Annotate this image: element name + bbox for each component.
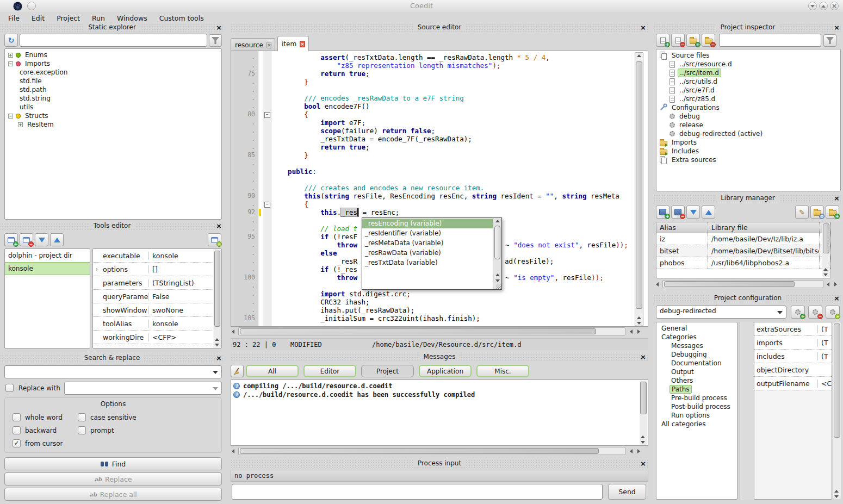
tab-close-icon[interactable]: × xyxy=(266,42,272,48)
scroll-left-icon[interactable] xyxy=(232,449,234,453)
tree-item[interactable]: Categories xyxy=(659,333,737,341)
code-line[interactable]: 80 { xyxy=(231,110,638,119)
property-row[interactable]: queryParameFalse xyxy=(93,290,213,303)
config-property-row[interactable]: outputFilename<C xyxy=(754,377,832,390)
tree-item[interactable]: Messages xyxy=(659,341,737,350)
scrollbar-thumb[interactable] xyxy=(636,61,642,309)
messages-horizontal-scrollbar[interactable] xyxy=(238,447,625,455)
scroll-up-icon[interactable] xyxy=(637,54,641,57)
search-term-combobox[interactable] xyxy=(4,365,222,378)
replace-with-checkbox[interactable] xyxy=(5,384,14,392)
tree-item[interactable]: All categories xyxy=(659,420,737,428)
code-line[interactable]: 105 _initialSum = crc322uint(ihash.finis… xyxy=(231,314,638,322)
property-value[interactable]: (TStringList) xyxy=(148,279,213,287)
tree-item[interactable]: core.exception xyxy=(7,68,221,77)
tree-item[interactable]: Configurations xyxy=(659,103,840,112)
library-row[interactable]: bitset/home/basile/Dev/Bitset/lib/bitse/… xyxy=(656,245,830,257)
config-property-row[interactable]: imports(T xyxy=(754,336,832,350)
code-line[interactable]: 85 } xyxy=(231,151,638,159)
property-row[interactable]: executablekonsole xyxy=(93,249,213,263)
collapse-icon[interactable]: − xyxy=(8,61,13,66)
scroll-left-icon[interactable] xyxy=(630,329,633,334)
message-filter-misc[interactable]: Misc. xyxy=(476,365,529,377)
source-editor-close-icon[interactable]: × xyxy=(640,23,646,32)
code-line[interactable]: . public: xyxy=(231,167,638,176)
code-line[interactable]: 75 return true; xyxy=(231,70,638,78)
minimize-button[interactable] xyxy=(808,2,817,10)
tool-properties-scrollbar[interactable] xyxy=(214,250,221,347)
add-folder-button[interactable]: + xyxy=(686,34,700,47)
completion-item[interactable]: _resIdentifier (variable) xyxy=(362,228,493,238)
option-from-cursor[interactable]: ✓from cursor xyxy=(13,439,78,447)
option-case-sensitive[interactable]: case sensitive xyxy=(78,413,221,421)
code-line[interactable]: . "z85 representation length mismatches"… xyxy=(231,61,638,70)
scrollbar-thumb[interactable] xyxy=(640,382,647,414)
tree-item[interactable]: Imports xyxy=(659,138,840,147)
configuration-splitter[interactable] xyxy=(740,322,753,500)
project-configuration-close-icon[interactable]: × xyxy=(834,294,840,303)
code-line[interactable]: . } xyxy=(231,78,638,86)
replace-button[interactable]: ab Replace xyxy=(4,472,222,486)
find-button[interactable]: Find xyxy=(4,457,222,470)
menu-windows[interactable]: Windows xyxy=(111,13,153,23)
fold-collapse-icon[interactable] xyxy=(263,110,271,119)
code-line[interactable]: . xyxy=(231,176,638,184)
scroll-right-icon[interactable] xyxy=(637,329,640,334)
library-manager-close-icon[interactable]: × xyxy=(834,194,840,203)
property-value[interactable]: (T xyxy=(817,339,832,347)
tree-item[interactable]: +ResItem xyxy=(7,120,221,129)
scrollbar-thumb[interactable] xyxy=(240,448,599,454)
property-value[interactable]: [] xyxy=(148,265,213,273)
scroll-right-icon[interactable] xyxy=(637,449,640,453)
fold-collapse-icon[interactable] xyxy=(263,200,271,208)
tree-item[interactable]: Paths xyxy=(659,385,737,394)
messages-scrollbar[interactable] xyxy=(640,381,647,445)
code-line[interactable]: . assert(_resTxtData.length == _resRawDa… xyxy=(231,53,638,61)
tree-item[interactable]: std.string xyxy=(7,94,221,103)
code-line[interactable]: . bool encodee7F() xyxy=(231,102,638,110)
completion-item[interactable]: _resEncoding (variable) xyxy=(362,219,493,228)
code-line[interactable]: . scope(failure) return false; xyxy=(231,127,638,135)
property-row[interactable]: toolAliaskonsole xyxy=(93,317,213,331)
tree-item[interactable]: Others xyxy=(659,376,737,385)
code-line[interactable]: . { xyxy=(231,200,638,208)
checkbox-icon[interactable] xyxy=(78,426,86,434)
code-line[interactable]: 90 this(string resFile, ResEncoding resE… xyxy=(231,192,638,200)
message-row[interactable]: i/.../build/resource.d.coedit has been s… xyxy=(231,390,639,399)
tree-item[interactable]: +Enums xyxy=(7,51,221,59)
scroll-left-icon[interactable] xyxy=(827,282,829,287)
static-explorer-search-input[interactable] xyxy=(20,34,207,47)
tree-item[interactable]: Post-build process xyxy=(659,402,737,411)
scroll-down-icon[interactable] xyxy=(215,344,219,346)
code-line[interactable]: . CRC32 ihash; xyxy=(231,298,638,306)
property-value[interactable]: False xyxy=(148,293,213,301)
clone-configuration-button[interactable]: » xyxy=(826,306,840,319)
message-filter-application[interactable]: Application xyxy=(419,365,472,377)
tree-item[interactable]: Debugging xyxy=(659,350,737,359)
library-move-down-button[interactable] xyxy=(686,206,700,219)
tool-list-item[interactable]: dolphin - project dir xyxy=(5,249,90,262)
message-filter-project[interactable]: Project xyxy=(361,365,414,377)
option-backward[interactable]: backward xyxy=(13,426,78,434)
library-row[interactable]: phobos/usr/lib64/libphobos2.a/us xyxy=(656,257,830,269)
checkbox-icon[interactable] xyxy=(13,426,21,434)
filter-button[interactable] xyxy=(209,34,222,47)
menu-custom-tools[interactable]: Custom tools xyxy=(153,13,210,23)
scroll-left-icon[interactable] xyxy=(630,449,633,453)
code-line[interactable]: . import std.digest.crc; xyxy=(231,290,638,298)
tree-item[interactable]: ../src/item.d xyxy=(659,69,840,77)
library-from-project-button[interactable]: ⚙ xyxy=(810,206,824,219)
column-header-alias[interactable]: Alias xyxy=(656,222,708,233)
tree-item[interactable]: −Structs xyxy=(7,111,221,120)
code-line[interactable]: . _resTxtData = encode_7F(_resRawData); xyxy=(231,135,638,143)
menu-project[interactable]: Project xyxy=(51,13,86,23)
expand-icon[interactable]: + xyxy=(8,53,13,58)
tree-item[interactable]: debug-redirected (active) xyxy=(659,129,840,138)
menu-file[interactable]: File xyxy=(2,13,26,23)
tool-move-down-button[interactable] xyxy=(35,233,48,246)
code-line[interactable]: . /// encodes _resRawData to a e7F strin… xyxy=(231,94,638,102)
message-row[interactable]: icompiling /.../build/resource.d.coedit xyxy=(231,382,639,390)
code-line[interactable]: . import e7F; xyxy=(231,119,638,127)
tree-item[interactable]: utils xyxy=(7,103,221,111)
property-value[interactable]: (T xyxy=(817,325,832,333)
